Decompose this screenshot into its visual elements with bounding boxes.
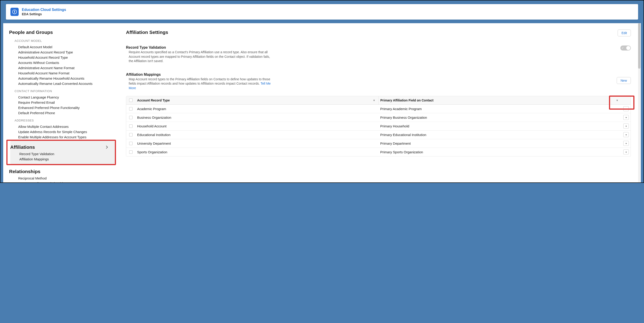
nav-item-record-type-validation[interactable]: Record Type Validation (10, 151, 115, 156)
nav-item[interactable]: Automatically Rename Lead-Converted Acco… (9, 81, 117, 86)
cell-affiliation-field: Primary Department (378, 139, 622, 148)
nav-group-contact-info: Contact Information (14, 90, 117, 93)
table-row: Academic Program Primary Academic Progra… (126, 105, 630, 113)
nav-item[interactable]: Household Account Record Type (9, 55, 117, 60)
row-actions-menu[interactable]: ▾ (623, 124, 629, 128)
nav-item[interactable]: Require Preferred Email (9, 100, 117, 105)
sidebar-section-people-groups: People and Groups (9, 30, 117, 35)
cell-affiliation-field: Primary Sports Organization (378, 148, 622, 156)
col-header-primary-affiliation-field[interactable]: Primary Affiliation Field on Contact ▾ (378, 96, 622, 104)
nav-item-affiliation-mappings[interactable]: Affiliation Mappings (10, 156, 115, 162)
table-row: Sports Organization Primary Sports Organ… (126, 148, 630, 156)
row-actions-menu[interactable]: ▾ (623, 106, 629, 111)
cell-affiliation-field: Primary Educational Institution (378, 130, 622, 139)
row-checkbox[interactable] (129, 116, 132, 119)
main-panel: Affiliation Settings Edit Record Type Va… (117, 27, 641, 182)
table-row: Household Account Primary Household ▾ (126, 122, 630, 130)
cell-record-type: Business Organization (135, 113, 378, 122)
nav-item[interactable]: Household Account Name Format (9, 70, 117, 76)
checkmark-icon: ✓ (622, 46, 624, 50)
sidebar: People and Groups Account Model Default … (3, 27, 117, 182)
affiliation-mappings-title: Affiliation Mappings (126, 72, 272, 77)
toggle-knob (626, 46, 630, 50)
chevron-down-icon: ▾ (616, 99, 618, 102)
row-checkbox[interactable] (129, 150, 132, 154)
col-header-account-record-type[interactable]: Account Record Type ▾ (135, 96, 378, 104)
affiliation-mappings-desc-text: Map Account record types to the Primary … (129, 77, 270, 86)
select-all-checkbox[interactable] (129, 98, 132, 102)
relationships-heading-label: Relationships (9, 169, 40, 174)
cell-record-type: University Department (135, 139, 378, 148)
nav-item[interactable]: Enhanced Preferred Phone Functionality (9, 105, 117, 110)
nav-item[interactable]: Reciprocal Method (9, 176, 117, 181)
cell-record-type: Household Account (135, 122, 378, 130)
cell-record-type: Academic Program (135, 105, 378, 113)
nav-item[interactable]: Automatically Rename Household Accounts (9, 76, 117, 81)
sidebar-section-affiliations[interactable]: Affiliations (10, 141, 115, 151)
table-header: Account Record Type ▾ Primary Affiliatio… (126, 96, 630, 105)
nav-group-account-model: Account Model (14, 39, 117, 42)
row-checkbox[interactable] (129, 107, 132, 110)
highlight-affiliations: Affiliations Record Type Validation Affi… (6, 140, 116, 165)
row-checkbox[interactable] (129, 142, 132, 145)
cell-affiliation-field: Primary Household (378, 122, 622, 130)
cell-record-type: Educational Institution (135, 130, 378, 139)
row-actions-menu[interactable]: ▾ (623, 132, 629, 137)
record-type-validation-title: Record Type Validation (126, 46, 272, 50)
cell-affiliation-field: Primary Business Organization (378, 113, 622, 122)
affiliation-mappings-desc: Map Account record types to the Primary … (126, 77, 272, 90)
nav-item[interactable]: Default Preferred Phone (9, 110, 117, 116)
header-subtitle: EDA Settings (22, 12, 66, 16)
record-type-validation-toggle[interactable]: ✓ (620, 46, 631, 50)
header-title: Education Cloud Settings (22, 8, 66, 12)
cell-affiliation-field: Primary Academic Program (378, 105, 622, 113)
mappings-table: Account Record Type ▾ Primary Affiliatio… (126, 96, 631, 156)
nav-item[interactable]: Default Account Model (9, 44, 117, 50)
page-header: Education Cloud Settings EDA Settings (6, 4, 638, 20)
main-scrollbar[interactable] (638, 23, 640, 182)
nav-item[interactable]: Allow Multiple Contact Addresses (9, 124, 117, 129)
nav-item[interactable]: Accounts Without Contacts (9, 60, 117, 65)
table-row: Business Organization Primary Business O… (126, 113, 630, 122)
row-checkbox[interactable] (129, 133, 132, 136)
affiliations-heading-label: Affiliations (10, 144, 35, 150)
sidebar-section-relationships[interactable]: Relationships (9, 165, 117, 176)
compass-icon (10, 8, 19, 16)
nav-item[interactable]: Administrative Account Record Type (9, 50, 117, 55)
row-checkbox[interactable] (129, 124, 132, 128)
new-button[interactable]: New (617, 77, 631, 84)
cell-record-type: Sports Organization (135, 148, 378, 156)
nav-item[interactable]: Update Address Records for Simple Change… (9, 129, 117, 134)
nav-item[interactable]: Contact Language Fluency (9, 95, 117, 100)
page-title: Affiliation Settings (126, 30, 168, 35)
row-actions-menu[interactable]: ▾ (623, 150, 629, 154)
row-actions-menu[interactable]: ▾ (623, 115, 629, 120)
nav-item[interactable]: Prevent Duplicate Relationships (9, 181, 117, 182)
table-row: University Department Primary Department… (126, 139, 630, 148)
table-row: Educational Institution Primary Educatio… (126, 130, 630, 139)
chevron-right-icon (106, 144, 108, 150)
edit-button[interactable]: Edit (618, 30, 631, 36)
scrollbar-thumb[interactable] (638, 23, 640, 69)
row-actions-menu[interactable]: ▾ (623, 141, 629, 146)
nav-item[interactable]: Enable Multiple Addresses for Account Ty… (9, 134, 117, 140)
chevron-down-icon: ▾ (374, 99, 375, 102)
nav-group-addresses: Addresses (14, 119, 117, 122)
nav-item[interactable]: Administrative Account Name Format (9, 65, 117, 70)
record-type-validation-desc: Require Accounts specified as a Contact'… (126, 50, 272, 64)
